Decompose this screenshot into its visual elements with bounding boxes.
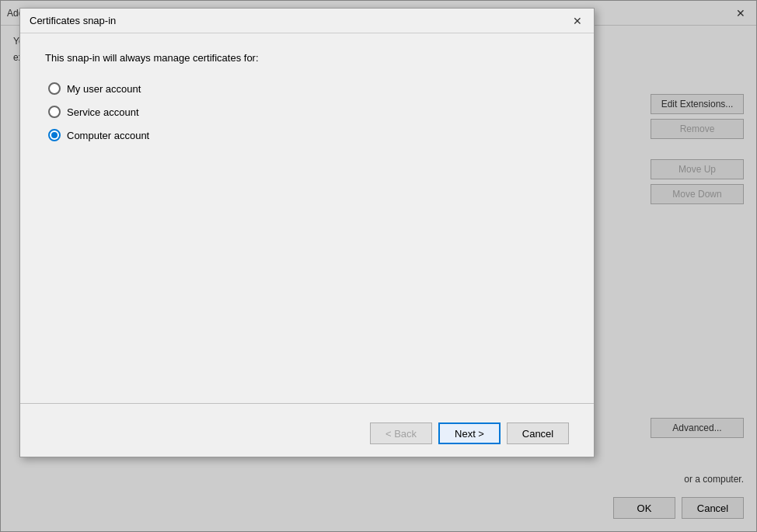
modal-title: Certificates snap-in: [30, 15, 116, 26]
radio-my-user-circle: [48, 82, 61, 95]
next-button[interactable]: Next >: [438, 422, 501, 444]
radio-my-user-account[interactable]: My user account: [48, 82, 569, 95]
certificates-snapin-dialog: Certificates snap-in ✕ This snap-in will…: [19, 8, 595, 457]
modal-close-icon: ✕: [573, 15, 582, 27]
modal-close-button[interactable]: ✕: [567, 12, 588, 30]
modal-description: This snap-in will always manage certific…: [45, 52, 569, 64]
radio-group: My user account Service account Computer…: [48, 82, 569, 141]
radio-my-user-label: My user account: [67, 83, 141, 95]
radio-computer-account[interactable]: Computer account: [48, 129, 569, 141]
modal-titlebar: Certificates snap-in ✕: [20, 9, 594, 33]
cancel-button[interactable]: Cancel: [507, 422, 569, 444]
modal-separator: [20, 403, 594, 404]
radio-computer-label: Computer account: [67, 130, 149, 141]
modal-footer: < Back Next > Cancel: [20, 416, 594, 457]
modal-body: This snap-in will always manage certific…: [20, 33, 594, 391]
back-button[interactable]: < Back: [370, 422, 432, 444]
radio-service-circle: [48, 106, 61, 118]
radio-service-account[interactable]: Service account: [48, 106, 569, 118]
radio-service-label: Service account: [67, 106, 139, 118]
radio-computer-circle: [48, 129, 61, 141]
